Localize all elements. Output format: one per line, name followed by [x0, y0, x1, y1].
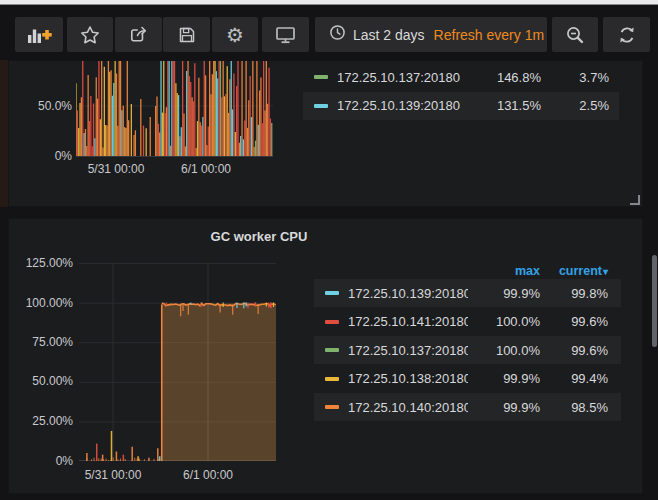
y-tick-label: 25.00%	[11, 414, 73, 428]
legend-max-value: 131.5%	[469, 98, 541, 113]
zoom-out-button[interactable]	[552, 17, 598, 52]
share-button[interactable]	[115, 17, 162, 52]
legend-series-name[interactable]: 172.25.10.140:20180	[348, 400, 468, 415]
refresh-icon	[617, 25, 637, 45]
share-icon	[128, 24, 149, 45]
gc-legend-header: max current▾	[314, 263, 621, 279]
legend-max-value: 146.8%	[469, 70, 541, 85]
time-range-picker[interactable]: Last 2 days Refresh every 1m	[315, 17, 547, 52]
page-background-strip	[0, 60, 8, 207]
legend-series-name[interactable]: 172.25.10.139:20180	[337, 98, 469, 113]
legend-current-value: 98.5%	[540, 400, 608, 415]
x-tick-label: 6/1 00:00	[161, 162, 251, 176]
legend-max-value: 100.0%	[468, 343, 540, 358]
legend-current-value: 99.8%	[540, 286, 608, 301]
settings-button[interactable]: ⚙	[212, 17, 258, 52]
series-color-swatch	[314, 75, 328, 79]
series-color-swatch	[314, 104, 328, 108]
legend-header-current[interactable]: current▾	[540, 264, 608, 278]
zoom-out-icon	[565, 25, 585, 45]
y-tick-label: 50.00%	[11, 374, 73, 388]
legend-current-value: 3.7%	[541, 70, 609, 85]
scrollbar-thumb[interactable]	[652, 255, 657, 347]
y-tick-label: 125.00%	[11, 256, 73, 270]
series-color-swatch	[325, 320, 339, 324]
panel-resize-handle[interactable]	[630, 195, 640, 205]
cycle-view-button[interactable]	[262, 17, 309, 52]
legend-header-max[interactable]: max	[468, 264, 540, 278]
legend-row[interactable]: 172.25.10.138:2018099.9%99.4%	[314, 365, 621, 393]
legend-series-name[interactable]: 172.25.10.141:20180	[348, 314, 468, 329]
y-tick-label: 50.0%	[12, 99, 72, 113]
series-color-swatch	[325, 405, 339, 409]
tv-icon	[274, 24, 297, 45]
legend-max-value: 100.0%	[468, 314, 540, 329]
time-range-label: Last 2 days	[353, 27, 425, 43]
save-button[interactable]	[163, 17, 210, 52]
star-button[interactable]	[67, 17, 113, 52]
legend-max-value: 99.9%	[468, 286, 540, 301]
cpu-chart[interactable]	[76, 61, 273, 159]
cpu-panel-partial: 50.0%0% 5/31 00:006/1 00:00 172.25.10.13…	[8, 60, 643, 207]
refresh-interval-label: Refresh every 1m	[434, 27, 544, 43]
y-tick-label: 0%	[12, 149, 72, 163]
legend-current-value: 99.6%	[540, 343, 608, 358]
panel-title[interactable]: GC worker CPU	[139, 229, 379, 244]
refresh-button[interactable]	[603, 17, 650, 52]
add-panel-button[interactable]	[15, 17, 63, 52]
gear-icon: ⚙	[226, 25, 244, 45]
legend-current-value: 99.4%	[540, 371, 608, 386]
x-tick-label: 5/31 00:00	[71, 162, 161, 176]
y-tick-label: 0%	[11, 454, 73, 468]
series-color-swatch	[325, 348, 339, 352]
y-tick-label: 100.00%	[11, 296, 73, 310]
save-icon	[177, 25, 197, 45]
window-top-edge	[0, 0, 658, 5]
legend-row[interactable]: 172.25.10.139:2018099.9%99.8%	[314, 279, 621, 307]
x-tick-label: 5/31 00:00	[68, 468, 158, 482]
legend-series-name[interactable]: 172.25.10.139:20180	[348, 286, 468, 301]
legend-max-value: 99.9%	[468, 400, 540, 415]
add-panel-icon	[25, 25, 53, 45]
legend-row[interactable]: 172.25.10.140:2018099.9%98.5%	[314, 393, 621, 421]
legend-current-value: 99.6%	[540, 314, 608, 329]
star-icon	[80, 25, 100, 45]
series-color-swatch	[325, 377, 339, 381]
series-color-swatch	[325, 291, 339, 295]
clock-icon	[329, 24, 346, 45]
gc-worker-cpu-chart[interactable]	[79, 263, 276, 463]
legend-series-name[interactable]: 172.25.10.137:20180	[337, 70, 469, 85]
legend-row[interactable]: 172.25.10.137:20180146.8%3.7%	[303, 63, 619, 91]
gc-worker-cpu-panel: GC worker CPU 0%25.00%50.00%75.00%100.00…	[8, 218, 643, 494]
legend-row[interactable]: 172.25.10.137:20180100.0%99.6%	[314, 336, 621, 364]
legend-current-value: 2.5%	[541, 98, 609, 113]
sort-caret-icon: ▾	[603, 266, 608, 277]
y-tick-label: 75.00%	[11, 335, 73, 349]
legend-series-name[interactable]: 172.25.10.138:20180	[348, 371, 468, 386]
legend-series-name[interactable]: 172.25.10.137:20180	[348, 343, 468, 358]
legend-row[interactable]: 172.25.10.139:20180131.5%2.5%	[303, 92, 619, 120]
x-tick-label: 6/1 00:00	[163, 468, 253, 482]
legend-max-value: 99.9%	[468, 371, 540, 386]
grafana-dashboard: ⚙ Last 2 days Refresh every 1m	[0, 0, 658, 500]
legend-row[interactable]: 172.25.10.141:20180100.0%99.6%	[314, 308, 621, 336]
